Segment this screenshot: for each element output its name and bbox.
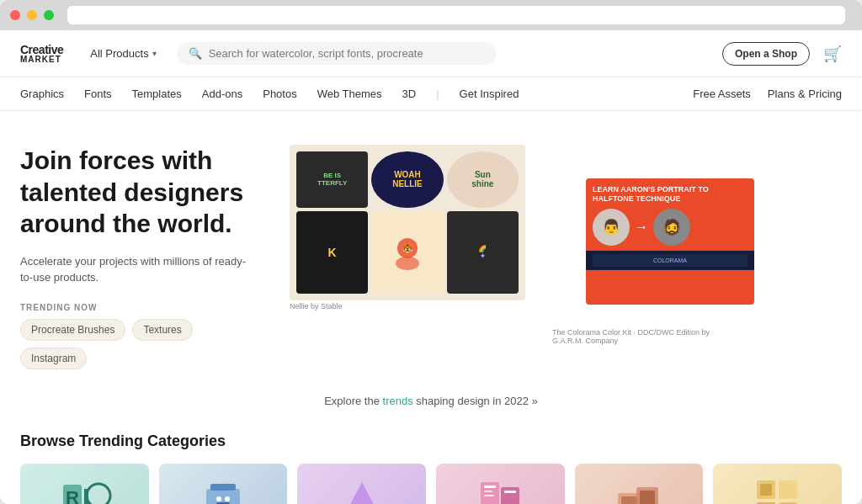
svg-rect-17 [484,491,492,492]
svg-rect-8 [210,484,236,491]
browse-title: Browse Trending Categories [20,432,842,450]
overlay-bottom-bar: COLORAMA [586,251,754,270]
tag-instagram[interactable]: Instagram [20,347,87,369]
sticker-2: WOAHNELLIE [371,151,443,208]
hero-main-image: BE ISTTERFLY WOAHNELLIE Sunshine K 🐯 🌈✦ [290,145,525,300]
nav-get-inspired[interactable]: Get Inspired [460,88,519,100]
explore-trends-link[interactable]: trends [383,395,413,407]
tag-procreate-brushes[interactable]: Procreate Brushes [20,319,125,341]
sticker-5: 🐯 [371,211,443,294]
browser-titlebar [0,0,862,30]
secondary-nav: Graphics Fonts Templates Add-ons Photos … [0,77,862,111]
explore-text-after: shaping design in 2022 » [413,395,538,407]
all-products-button[interactable]: All Products ▾ [83,44,162,63]
svg-rect-19 [501,487,519,505]
portrait-before: 👨 [593,209,630,246]
overlay-title: LEARN AARON'S PORTRAIT TO HALFTONE TECHN… [593,185,748,204]
chevron-down-icon: ▾ [152,49,157,58]
svg-rect-20 [504,491,516,493]
hero-images: BE ISTTERFLY WOAHNELLIE Sunshine K 🐯 🌈✦ … [290,145,737,330]
svg-rect-27 [779,480,797,499]
svg-point-6 [87,484,110,505]
svg-rect-16 [484,485,496,488]
nav-fonts[interactable]: Fonts [84,88,112,100]
top-nav: Creative MARKET All Products ▾ 🔍 Open a … [0,30,862,77]
category-mockups-img [575,464,704,505]
nav-templates[interactable]: Templates [132,88,182,100]
logo-creative-text: Creative [20,44,63,56]
cart-icon[interactable]: 🛒 [823,45,842,63]
category-vector-img [297,464,426,505]
nav-web-themes[interactable]: Web Themes [317,88,382,100]
category-instagram-img [713,464,842,505]
logo[interactable]: Creative MARKET [20,44,63,64]
hero-overlay-image: LEARN AARON'S PORTRAIT TO HALFTONE TECHN… [586,178,754,305]
explore-text-before: Explore the [324,395,382,407]
category-canva-templates[interactable]: Canva Templates [436,464,565,505]
search-icon: 🔍 [189,47,202,60]
nav-divider: | [436,88,439,100]
overlay-bottom-text: COLORAMA [593,254,748,267]
search-input[interactable] [209,47,485,60]
svg-rect-22 [621,496,638,505]
svg-point-1 [396,257,419,270]
category-display-fonts-img: R [20,464,149,505]
open-shop-button[interactable]: Open a Shop [722,42,810,66]
sticker-3: Sunshine [447,151,519,208]
svg-rect-26 [760,484,772,496]
svg-rect-15 [481,482,499,505]
portrait-after: 🧔 [653,209,690,246]
category-instagram-templates[interactable]: Instagram Templates [713,464,842,505]
image2-caption: The Colorama Color Kit · DDC/DWC Edition… [552,328,737,345]
nav-3d[interactable]: 3D [402,88,417,100]
svg-marker-12 [345,482,379,505]
hero-text: Join forces with talented designers arou… [20,145,256,369]
overlay-portraits: 👨 → 🧔 [593,209,748,246]
browse-section: Browse Trending Categories R Display Fon… [0,424,862,505]
nav-plans-pricing[interactable]: Plans & Pricing [768,88,842,100]
trending-label: TRENDING NOW [20,303,256,312]
category-vector-graphics[interactable]: Vector Graphics [297,464,426,505]
sticker-1: BE ISTTERFLY [296,151,368,208]
category-shopify-img [159,464,288,505]
nav-addons[interactable]: Add-ons [202,88,242,100]
svg-point-10 [216,496,221,501]
category-display-fonts[interactable]: R Display Fonts [20,464,149,505]
svg-rect-24 [640,491,655,505]
explore-trends: Explore the trends shaping design in 202… [0,386,862,424]
sticker-4: K [296,211,368,294]
svg-text:R: R [66,487,79,505]
browser-minimize-btn[interactable] [27,10,37,20]
main-content: Join forces with talented designers arou… [0,111,862,504]
browser-maximize-btn[interactable] [44,10,54,20]
nav-right-links: Free Assets Plans & Pricing [693,88,842,100]
svg-point-11 [225,496,230,501]
trending-tags: Procreate Brushes Textures Instagram [20,319,256,369]
nav-graphics[interactable]: Graphics [20,88,64,100]
logo-market-text: MARKET [20,56,63,64]
svg-text:🐯: 🐯 [402,243,413,254]
sticker-6: 🌈✦ [447,211,519,294]
nav-photos[interactable]: Photos [263,88,296,100]
svg-rect-18 [484,495,494,496]
categories-grid: R Display Fonts Shopify Themes [20,464,842,505]
browser-close-btn[interactable] [10,10,20,20]
hero-subtitle: Accelerate your projects with millions o… [20,253,256,286]
hero-section: Join forces with talented designers arou… [0,111,758,386]
hero-title: Join forces with talented designers arou… [20,145,256,240]
nav-free-assets[interactable]: Free Assets [693,88,751,100]
nav-right: Open a Shop 🛒 [722,42,842,66]
arrow-right-icon: → [635,220,648,235]
address-bar[interactable] [67,6,845,24]
category-canva-img [436,464,565,505]
category-shopify-themes[interactable]: Shopify Themes [159,464,288,505]
tag-textures[interactable]: Textures [132,319,192,341]
category-product-mockups[interactable]: Product Mockups [575,464,704,505]
svg-rect-7 [206,489,240,505]
search-bar: 🔍 [177,42,497,65]
all-products-label: All Products [90,47,148,60]
